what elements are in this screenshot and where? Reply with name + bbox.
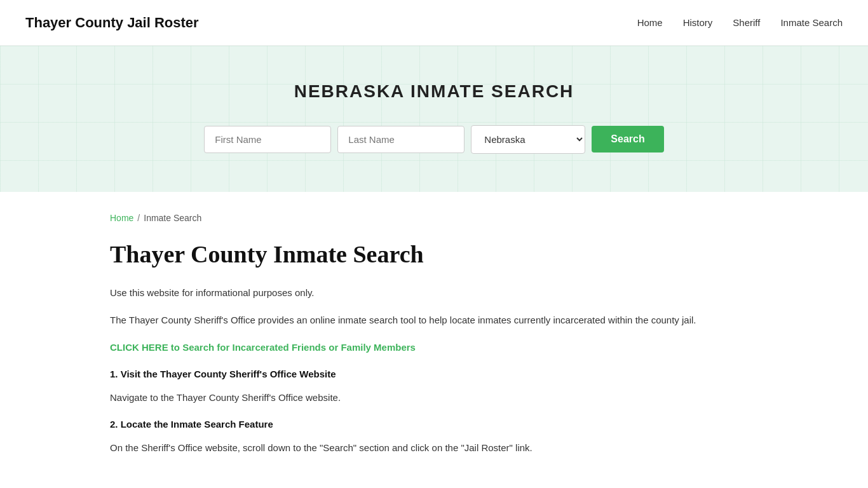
- step-1-body: Navigate to the Thayer County Sheriff's …: [110, 390, 758, 406]
- step-2-heading: 2. Locate the Inmate Search Feature: [110, 417, 758, 432]
- search-button[interactable]: Search: [592, 126, 663, 152]
- nav-sheriff[interactable]: Sheriff: [733, 15, 760, 30]
- nav-home[interactable]: Home: [637, 15, 663, 30]
- site-title: Thayer County Jail Roster: [25, 11, 199, 34]
- breadcrumb: Home / Inmate Search: [110, 211, 758, 225]
- click-here-link[interactable]: CLICK HERE to Search for Incarcerated Fr…: [110, 340, 758, 355]
- last-name-input[interactable]: [337, 126, 465, 153]
- breadcrumb-separator: /: [137, 211, 140, 225]
- state-select[interactable]: NebraskaAlabamaAlaskaArizonaArkansasCali…: [471, 125, 585, 154]
- step-2-body: On the Sheriff's Office website, scroll …: [110, 440, 758, 456]
- first-name-input[interactable]: [204, 126, 331, 153]
- nav-inmate-search[interactable]: Inmate Search: [780, 15, 843, 30]
- breadcrumb-home[interactable]: Home: [110, 211, 133, 225]
- breadcrumb-current: Inmate Search: [144, 211, 201, 225]
- site-header: Thayer County Jail Roster Home History S…: [0, 0, 868, 46]
- page-heading: Thayer County Inmate Search: [110, 240, 758, 269]
- hero-title: NEBRASKA INMATE SEARCH: [13, 78, 855, 106]
- main-content: Home / Inmate Search Thayer County Inmat…: [85, 192, 783, 488]
- nav-history[interactable]: History: [683, 15, 713, 30]
- hero-section: NEBRASKA INMATE SEARCH NebraskaAlabamaAl…: [0, 46, 868, 192]
- site-nav: Home History Sheriff Inmate Search: [637, 15, 843, 30]
- search-form: NebraskaAlabamaAlaskaArizonaArkansasCali…: [13, 125, 855, 154]
- intro-para-1: Use this website for informational purpo…: [110, 285, 758, 301]
- step-1-heading: 1. Visit the Thayer County Sheriff's Off…: [110, 367, 758, 382]
- intro-para-2: The Thayer County Sheriff's Office provi…: [110, 312, 758, 329]
